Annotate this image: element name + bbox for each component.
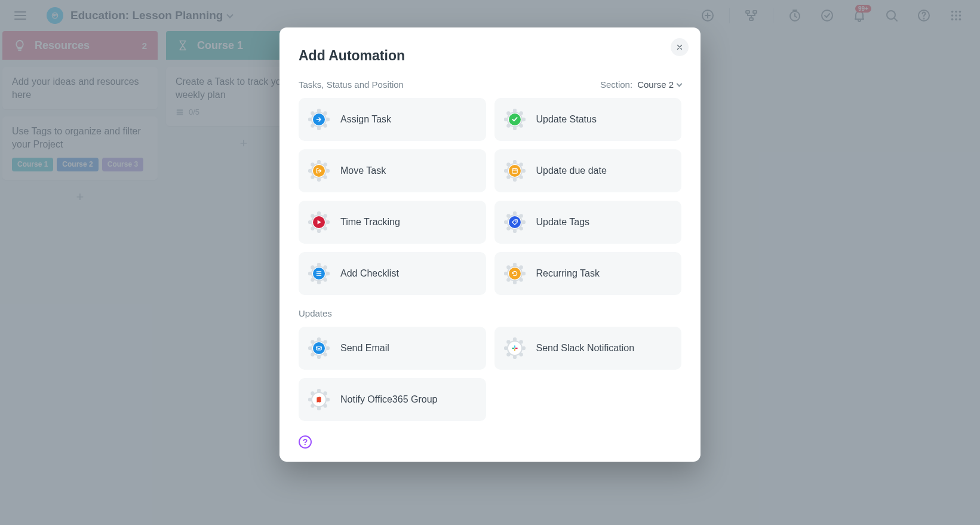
svg-point-44 [323, 175, 327, 179]
svg-point-27 [308, 118, 312, 121]
svg-point-68 [308, 220, 312, 224]
svg-point-98 [506, 278, 510, 281]
svg-point-107 [317, 355, 321, 359]
svg-point-50 [323, 162, 327, 166]
svg-point-28 [311, 111, 314, 115]
svg-point-118 [512, 355, 516, 359]
svg-point-37 [504, 118, 508, 121]
svg-point-121 [506, 340, 510, 343]
svg-point-55 [512, 178, 516, 182]
automation-option-send-slack[interactable]: Send Slack Notification [494, 327, 682, 370]
close-button[interactable] [671, 38, 689, 56]
assign-task-icon [308, 109, 330, 130]
svg-point-119 [506, 352, 510, 356]
svg-point-48 [311, 162, 314, 166]
recurring-task-icon [504, 263, 526, 284]
group-label: Updates [299, 308, 681, 318]
automation-option-update-tags[interactable]: Update Tags [494, 201, 682, 244]
svg-point-85 [326, 272, 330, 275]
svg-point-69 [311, 214, 314, 217]
svg-point-46 [311, 175, 314, 179]
svg-point-97 [512, 281, 516, 284]
svg-point-106 [323, 352, 327, 356]
svg-point-96 [519, 278, 523, 281]
svg-point-54 [519, 175, 523, 179]
svg-point-91 [317, 263, 321, 266]
svg-point-123 [519, 340, 523, 343]
svg-rect-125 [514, 345, 515, 348]
svg-point-122 [512, 337, 516, 341]
automation-option-time-tracking[interactable]: Time Tracking [299, 201, 486, 244]
svg-point-116 [521, 346, 525, 350]
automation-option-label: Update Tags [536, 217, 590, 228]
svg-point-89 [308, 272, 312, 275]
add-automation-modal: Add Automation Tasks, Status and Positio… [279, 27, 701, 462]
automation-option-label: Update Status [536, 114, 597, 125]
automation-option-move-task[interactable]: Move Task [299, 149, 486, 192]
svg-point-109 [308, 346, 312, 350]
automation-option-notify-o365[interactable]: Notify Office365 Group [299, 378, 486, 421]
automation-option-assign-task[interactable]: Assign Task [299, 98, 486, 141]
svg-point-40 [519, 111, 523, 115]
automation-options-group2: Send EmailSend Slack NotificationNotify … [299, 327, 681, 421]
svg-point-112 [323, 340, 327, 343]
automation-option-label: Recurring Task [536, 268, 600, 279]
svg-rect-126 [514, 349, 515, 351]
section-picker: Section: Course 2 [600, 79, 681, 90]
svg-point-83 [515, 220, 516, 222]
svg-point-102 [519, 265, 523, 269]
automation-option-label: Update due date [536, 165, 607, 176]
svg-point-74 [521, 220, 525, 224]
automation-option-label: Time Tracking [340, 217, 400, 228]
automation-option-send-email[interactable]: Send Email [299, 327, 486, 370]
automation-option-recurring-task[interactable]: Recurring Task [494, 252, 682, 295]
section-dropdown[interactable]: Course 2 [637, 79, 681, 90]
svg-point-77 [506, 226, 510, 230]
modal-subheader: Tasks, Status and Position Section: Cour… [299, 79, 681, 90]
help-button[interactable]: ? [299, 435, 312, 449]
automation-option-update-status[interactable]: Update Status [494, 98, 682, 141]
svg-point-134 [308, 398, 312, 401]
automation-options-group1: Assign TaskUpdate StatusMove TaskUpdate … [299, 98, 681, 295]
svg-point-135 [311, 391, 314, 395]
svg-point-57 [504, 169, 508, 173]
modal-title: Add Automation [299, 48, 681, 64]
automation-option-label: Send Slack Notification [536, 343, 635, 354]
time-tracking-icon [308, 211, 330, 233]
send-email-icon [308, 337, 330, 359]
automation-option-add-checklist[interactable]: Add Checklist [299, 252, 486, 295]
svg-point-56 [506, 175, 510, 179]
svg-point-30 [323, 111, 327, 115]
svg-point-60 [519, 162, 523, 166]
svg-point-110 [311, 340, 314, 343]
svg-point-111 [317, 337, 321, 341]
close-icon [676, 44, 683, 51]
svg-point-88 [311, 278, 314, 281]
svg-point-70 [317, 211, 321, 215]
svg-point-33 [521, 118, 525, 121]
modal-overlay[interactable]: Add Automation Tasks, Status and Positio… [0, 0, 980, 525]
svg-point-45 [317, 178, 321, 182]
svg-point-76 [512, 229, 516, 233]
svg-point-108 [311, 352, 314, 356]
svg-point-132 [317, 407, 321, 410]
svg-rect-128 [515, 348, 517, 349]
group-label: Tasks, Status and Position [299, 79, 404, 90]
automation-option-update-due-date[interactable]: Update due date [494, 149, 682, 192]
svg-rect-127 [512, 348, 514, 349]
svg-point-39 [512, 109, 516, 112]
svg-point-35 [512, 127, 516, 130]
update-status-icon [504, 109, 526, 130]
svg-point-43 [326, 169, 330, 173]
automation-option-label: Assign Task [340, 114, 391, 125]
svg-point-79 [506, 214, 510, 217]
automation-option-label: Add Checklist [340, 268, 399, 279]
svg-point-130 [326, 398, 330, 401]
svg-point-100 [506, 265, 510, 269]
svg-point-133 [311, 404, 314, 407]
svg-point-99 [504, 272, 508, 275]
svg-point-38 [506, 111, 510, 115]
svg-point-81 [519, 214, 523, 217]
svg-point-117 [519, 352, 523, 356]
svg-point-136 [317, 389, 321, 392]
